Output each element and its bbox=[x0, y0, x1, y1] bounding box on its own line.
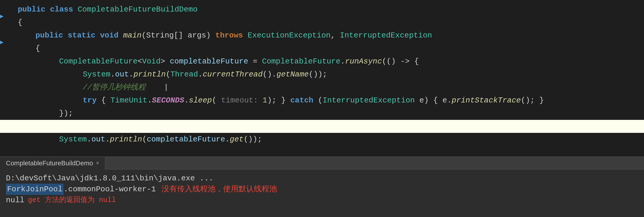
console-cmd-text: D:\devSoft\Java\jdk1.8.0_111\bin\java.ex… bbox=[6, 173, 213, 184]
tab-close-icon[interactable]: × bbox=[96, 160, 99, 166]
console-line-3: null get 方法的返回值为 null bbox=[6, 195, 638, 205]
code-text bbox=[12, 146, 644, 156]
code-text: public class CompletableFutureBuildDemo bbox=[12, 4, 644, 15]
console-line-1: D:\devSoft\Java\jdk1.8.0_111\bin\java.ex… bbox=[6, 173, 638, 184]
console-annotation-1: 没有传入线程池，使用默认线程池 bbox=[162, 184, 277, 195]
code-text: System.out.println(completableFuture.get… bbox=[12, 133, 644, 145]
code-line-2: ▶ { bbox=[0, 16, 644, 29]
code-line-3: public static void main(String[] args) t… bbox=[0, 29, 644, 42]
editor-area: public class CompletableFutureBuildDemo … bbox=[0, 0, 644, 156]
code-text: { bbox=[12, 43, 644, 54]
code-text: try { TimeUnit.SECONDS.sleep( timeout: 1… bbox=[12, 94, 644, 106]
null-value: null bbox=[6, 195, 24, 205]
code-text: public static void main(String[] args) t… bbox=[12, 30, 644, 41]
code-line-7: //暂停几秒钟线程 | bbox=[0, 81, 644, 94]
code-text bbox=[12, 120, 644, 132]
code-text: { bbox=[12, 17, 644, 28]
tab-bar: CompletableFutureBuildDemo × bbox=[0, 157, 644, 169]
code-line-9: }); bbox=[0, 107, 644, 120]
console-content: D:\devSoft\Java\jdk1.8.0_111\bin\java.ex… bbox=[0, 169, 644, 217]
console-annotation-2: get 方法的返回值为 null bbox=[28, 195, 116, 205]
code-line-10 bbox=[0, 120, 644, 133]
arrow-icon: ▶ bbox=[0, 11, 4, 22]
console-line-2: ForkJoinPool.commonPool-worker-1 没有传入线程池… bbox=[6, 184, 638, 195]
console-pool-rest: .commonPool-worker-1 bbox=[64, 184, 156, 195]
code-line-12 bbox=[0, 146, 644, 156]
code-text: //暂停几秒钟线程 | bbox=[12, 81, 644, 93]
code-text: System.out.println(Thread.currentThread(… bbox=[12, 68, 644, 80]
bottom-panel: CompletableFutureBuildDemo × D:\devSoft\… bbox=[0, 156, 644, 217]
tab-item[interactable]: CompletableFutureBuildDemo × bbox=[0, 157, 105, 169]
code-line-4: ▶ { bbox=[0, 42, 644, 55]
code-text: }); bbox=[12, 107, 644, 119]
tab-label: CompletableFutureBuildDemo bbox=[6, 159, 93, 167]
code-line-11: System.out.println(completableFuture.get… bbox=[0, 133, 644, 146]
forkjoinpool-highlight: ForkJoinPool bbox=[6, 184, 64, 195]
code-line-6: System.out.println(Thread.currentThread(… bbox=[0, 68, 644, 81]
code-line-8: try { TimeUnit.SECONDS.sleep( timeout: 1… bbox=[0, 94, 644, 107]
code-line-1: public class CompletableFutureBuildDemo bbox=[0, 3, 644, 16]
code-line-5: CompletableFuture<Void> completableFutur… bbox=[0, 55, 644, 68]
arrow-icon: ▶ bbox=[0, 37, 4, 48]
code-text: CompletableFuture<Void> completableFutur… bbox=[12, 56, 644, 67]
